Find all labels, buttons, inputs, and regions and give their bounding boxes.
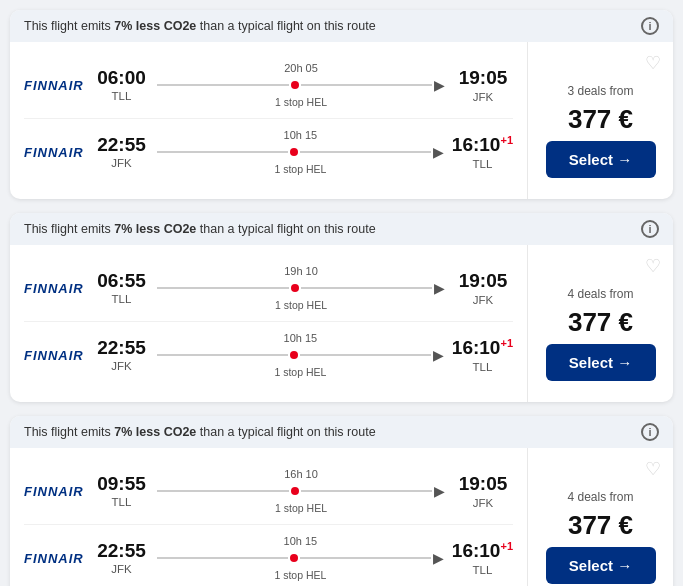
line-left	[157, 490, 289, 492]
duration: 19h 10	[284, 265, 318, 277]
arrive-suffix: +1	[500, 337, 513, 349]
line-right	[301, 84, 433, 86]
stop-text: 1 stop	[274, 366, 303, 378]
flight-card-1: This flight emits 7% less CO2e than a ty…	[10, 213, 673, 402]
arrow-icon: ▶	[433, 550, 444, 566]
duration: 10h 15	[284, 129, 318, 141]
stop-dot	[291, 487, 299, 495]
line-left	[157, 287, 289, 289]
line-left	[157, 557, 288, 559]
depart-airport: TLL	[94, 293, 149, 305]
line-right	[300, 557, 431, 559]
depart-airport: JFK	[94, 157, 149, 169]
arrow-icon: ▶	[434, 77, 445, 93]
via-airport: HEL	[307, 299, 327, 311]
arrive-time: 16:10+1	[452, 134, 513, 156]
line-left	[157, 151, 288, 153]
arrow-icon: ▶	[434, 280, 445, 296]
arrive-time: 19:05	[453, 473, 513, 495]
stop-text: 1 stop	[274, 569, 303, 581]
stop-label: 1 stop HEL	[274, 163, 326, 175]
airline-name: FINNAIR	[24, 145, 84, 160]
card-body: FINNAIR 06:00 TLL 20h 05 ▶ 1 stop HEL	[10, 42, 673, 199]
stop-label: 1 stop HEL	[275, 96, 327, 108]
inbound-row: FINNAIR 22:55 JFK 10h 15 ▶ 1 stop HEL	[24, 525, 513, 586]
info-icon[interactable]: i	[641, 17, 659, 35]
route-line: ▶	[157, 550, 444, 566]
deals-text: 4 deals from	[567, 287, 633, 301]
stop-label: 1 stop HEL	[275, 502, 327, 514]
airline-logo: FINNAIR	[24, 549, 94, 567]
stop-text: 1 stop	[274, 163, 303, 175]
stop-text: 1 stop	[275, 96, 304, 108]
flight-card-0: This flight emits 7% less CO2e than a ty…	[10, 10, 673, 199]
via-airport: HEL	[306, 569, 326, 581]
arrive-time-block: 19:05 JFK	[453, 473, 513, 509]
eco-message: This flight emits 7% less CO2e than a ty…	[24, 19, 376, 33]
arrive-suffix: +1	[500, 540, 513, 552]
deals-text: 4 deals from	[567, 490, 633, 504]
airline-logo: FINNAIR	[24, 76, 94, 94]
arrive-time: 19:05	[453, 67, 513, 89]
price: 377 €	[568, 510, 633, 541]
route-middle: 10h 15 ▶ 1 stop HEL	[149, 535, 452, 581]
airline-logo: FINNAIR	[24, 279, 94, 297]
depart-airport: JFK	[94, 563, 149, 575]
route-middle: 20h 05 ▶ 1 stop HEL	[149, 62, 453, 108]
price: 377 €	[568, 307, 633, 338]
arrive-time-block: 19:05 JFK	[453, 67, 513, 103]
favorite-icon[interactable]: ♡	[645, 52, 661, 74]
select-section: ♡ 4 deals from 377 € Select →	[528, 245, 673, 402]
route-line: ▶	[157, 280, 445, 296]
arrive-airport: JFK	[453, 294, 513, 306]
stop-dot	[290, 351, 298, 359]
stop-text: 1 stop	[275, 502, 304, 514]
line-left	[157, 354, 288, 356]
depart-airport: TLL	[94, 90, 149, 102]
duration: 10h 15	[284, 332, 318, 344]
line-right	[301, 287, 433, 289]
inbound-row: FINNAIR 22:55 JFK 10h 15 ▶ 1 stop HEL	[24, 119, 513, 185]
stop-dot	[291, 284, 299, 292]
stop-label: 1 stop HEL	[274, 366, 326, 378]
arrive-time-block: 16:10+1 TLL	[452, 337, 513, 373]
flights-section: FINNAIR 09:55 TLL 16h 10 ▶ 1 stop HEL	[10, 448, 528, 586]
flights-section: FINNAIR 06:55 TLL 19h 10 ▶ 1 stop HEL	[10, 245, 528, 402]
airline-name: FINNAIR	[24, 348, 84, 363]
arrive-airport: TLL	[452, 361, 513, 373]
depart-time-block: 06:00 TLL	[94, 68, 149, 103]
route-middle: 16h 10 ▶ 1 stop HEL	[149, 468, 453, 514]
airline-logo: FINNAIR	[24, 346, 94, 364]
arrive-airport: TLL	[452, 158, 513, 170]
favorite-icon[interactable]: ♡	[645, 255, 661, 277]
duration: 10h 15	[284, 535, 318, 547]
depart-time: 22:55	[94, 541, 149, 562]
arrow-icon: ▶	[434, 483, 445, 499]
depart-time-block: 09:55 TLL	[94, 474, 149, 509]
card-body: FINNAIR 09:55 TLL 16h 10 ▶ 1 stop HEL	[10, 448, 673, 586]
duration: 16h 10	[284, 468, 318, 480]
arrive-airport: JFK	[453, 91, 513, 103]
info-icon[interactable]: i	[641, 220, 659, 238]
airline-name: FINNAIR	[24, 484, 84, 499]
arrive-time: 16:10+1	[452, 540, 513, 562]
depart-airport: TLL	[94, 496, 149, 508]
route-middle: 10h 15 ▶ 1 stop HEL	[149, 129, 452, 175]
favorite-icon[interactable]: ♡	[645, 458, 661, 480]
price: 377 €	[568, 104, 633, 135]
depart-time: 06:00	[94, 68, 149, 89]
info-icon[interactable]: i	[641, 423, 659, 441]
select-button[interactable]: Select →	[546, 547, 656, 584]
via-airport: HEL	[307, 502, 327, 514]
airline-logo: FINNAIR	[24, 143, 94, 161]
route-line: ▶	[157, 77, 445, 93]
card-body: FINNAIR 06:55 TLL 19h 10 ▶ 1 stop HEL	[10, 245, 673, 402]
depart-time-block: 22:55 JFK	[94, 541, 149, 576]
via-airport: HEL	[307, 96, 327, 108]
depart-time-block: 06:55 TLL	[94, 271, 149, 306]
select-button[interactable]: Select →	[546, 344, 656, 381]
depart-time: 22:55	[94, 338, 149, 359]
arrive-time: 19:05	[453, 270, 513, 292]
select-button[interactable]: Select →	[546, 141, 656, 178]
route-line: ▶	[157, 144, 444, 160]
